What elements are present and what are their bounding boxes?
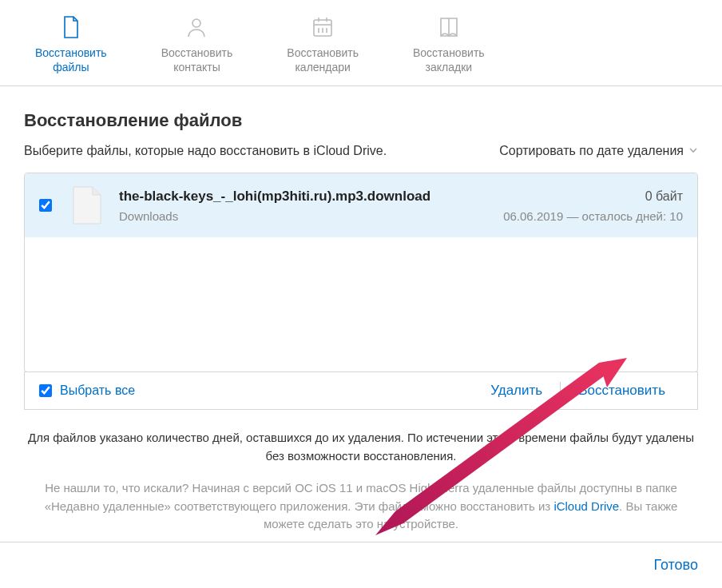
section-description: Выберите файлы, которые надо восстановит… [24,144,387,158]
svg-point-0 [192,19,200,27]
file-name: the-black-keys_-_lohi(mp3hiti.ru).mp3.do… [119,189,430,205]
tab-label: Восстановитькалендари [287,46,359,74]
select-all-checkbox[interactable] [39,384,52,397]
file-folder: Downloads [119,209,178,223]
section-title: Восстановление файлов [24,110,698,131]
file-list: the-black-keys_-_lohi(mp3hiti.ru).mp3.do… [24,173,698,372]
footer-text: Для файлов указано количество дней, оста… [0,410,722,534]
tab-restore-calendars[interactable]: Восстановитькалендари [276,8,370,85]
chevron-down-icon [688,144,698,158]
tab-restore-bookmarks[interactable]: Восстановитьзакладки [402,8,496,85]
footer-p2: Не нашли то, что искали? Начиная с верси… [24,479,698,534]
tab-label: Восстановитьфайлы [35,46,107,74]
footer-p1: Для файлов указано количество дней, оста… [24,429,698,465]
file-size: 0 байт [645,189,683,204]
sort-label: Сортировать по дате удаления [499,144,684,158]
file-date-info: 06.06.2019 — осталось дней: 10 [503,209,683,223]
file-icon [57,13,85,42]
contact-icon [182,13,211,42]
tab-label: Восстановитьзакладки [413,46,485,74]
file-row[interactable]: the-black-keys_-_lohi(mp3hiti.ru).mp3.do… [25,173,697,237]
section-header-row: Выберите файлы, которые надо восстановит… [24,144,698,158]
tab-label: Восстановитьконтакты [161,46,233,74]
file-checkbox[interactable] [39,199,52,212]
select-all-label: Выбрать все [60,383,135,398]
done-bar: Готово [0,542,722,588]
content-area: Восстановление файлов Выберите файлы, ко… [0,86,722,410]
select-all[interactable]: Выбрать все [39,383,135,398]
action-bar: Выбрать все Удалить Восстановить [24,371,698,410]
sort-dropdown[interactable]: Сортировать по дате удаления [499,144,698,158]
tab-bar: Восстановитьфайлы Восстановитьконтакты В… [0,0,722,86]
delete-button[interactable]: Удалить [473,383,560,399]
tab-restore-files[interactable]: Восстановитьфайлы [24,8,118,85]
done-button[interactable]: Готово [653,557,698,574]
icloud-drive-link[interactable]: iCloud Drive [553,499,619,513]
file-type-icon [69,185,105,226]
restore-button[interactable]: Восстановить [561,383,683,399]
bookmark-icon [434,13,463,42]
file-info: the-black-keys_-_lohi(mp3hiti.ru).mp3.do… [119,189,683,223]
tab-restore-contacts[interactable]: Восстановитьконтакты [150,8,244,85]
calendar-icon [308,13,337,42]
